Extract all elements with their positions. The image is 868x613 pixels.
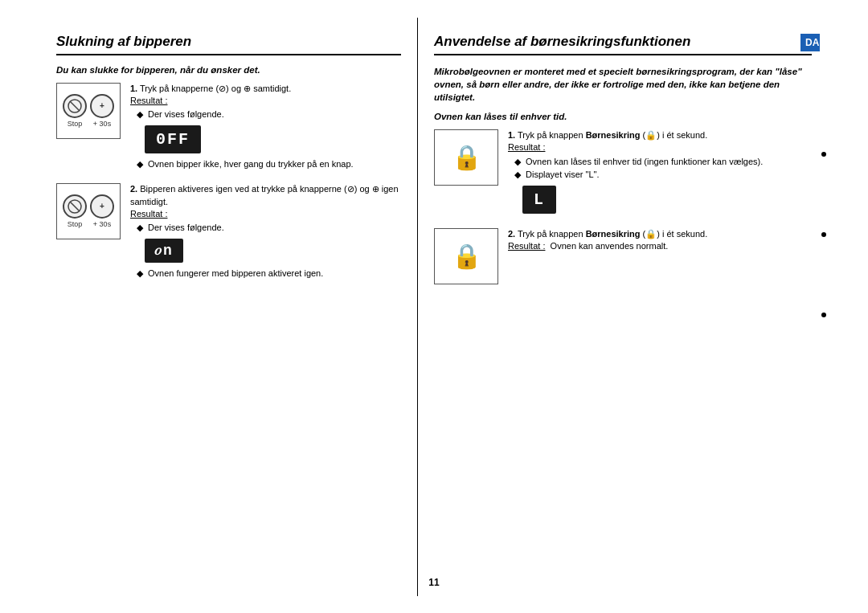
right-intro: Mikrobølgeovnen er monteret med et speci… bbox=[434, 65, 812, 104]
stop-circle-1 bbox=[63, 94, 87, 118]
left-subtitle: Du kan slukke for bipperen, når du ønske… bbox=[56, 65, 401, 75]
right-step2-result-text: Ovnen kan anvendes normalt. bbox=[551, 241, 669, 251]
right-step2-result-label: Resultat : bbox=[508, 241, 545, 251]
step1-content: 1. Tryk på knapperne (⊘) og ⊕ samtidigt.… bbox=[130, 83, 401, 173]
right-step2-text: 2. Tryk på knappen Børnesikring (🔒) i ét… bbox=[508, 228, 812, 240]
stop-button-icon-1: Stop bbox=[63, 94, 87, 128]
diamond3: ◆ bbox=[137, 223, 145, 233]
right-step2-content: 2. Tryk på knappen Børnesikring (🔒) i ét… bbox=[508, 228, 812, 253]
plus30-label-1: + 30s bbox=[93, 120, 111, 128]
stop-label-2: Stop bbox=[68, 220, 83, 228]
right-section-title: Anvendelse af børnesikringsfunktionen bbox=[434, 34, 812, 55]
step2-bullet1-text: Der vises følgende. bbox=[148, 223, 224, 232]
right-step1-result-underline: Resultat : bbox=[508, 142, 545, 152]
left-step-2: Stop + + 30s 2. Bipperen aktiveres igen … bbox=[56, 183, 401, 281]
dot-3 bbox=[821, 313, 826, 317]
plus30-label-2: + 30s bbox=[93, 220, 111, 228]
step2-text: 2. Bipperen aktiveres igen ved at trykke… bbox=[130, 183, 401, 208]
right-step-1: 🔒 1. Tryk på knappen Børnesikring (🔒) i … bbox=[434, 129, 812, 217]
step2-num: 2. bbox=[130, 184, 137, 194]
right-step1-bullet1-text: Ovnen kan låses til enhver tid (ingen fu… bbox=[526, 157, 763, 166]
stop-circle-2 bbox=[63, 194, 87, 219]
svg-line-3 bbox=[70, 202, 80, 211]
step1-text: 1. Tryk på knapperne (⊘) og ⊕ samtidigt. bbox=[130, 83, 401, 95]
right-step2-num: 2. bbox=[508, 229, 515, 239]
step2-bullet1: ◆ Der vises følgende. bbox=[137, 223, 401, 233]
dot-1 bbox=[821, 152, 826, 157]
left-step-1: Stop + + 30s 1. Tryk på knapperne (⊘) og… bbox=[56, 83, 401, 173]
page-number: 11 bbox=[428, 577, 439, 588]
right-step2-lock-box: 🔒 bbox=[434, 228, 498, 284]
diamond4: ◆ bbox=[137, 268, 145, 279]
page: Slukning af bipperen Du kan slukke for b… bbox=[48, 18, 820, 596]
right-step1-result-label: Resultat : bbox=[508, 141, 812, 153]
step1-num: 1. bbox=[130, 84, 137, 93]
step1-display: 0FF bbox=[130, 122, 401, 157]
plus30-circle-1: + bbox=[90, 94, 114, 118]
right-step2-result: Resultat : Ovnen kan anvendes normalt. bbox=[508, 240, 812, 252]
right-step1-text: 1. Tryk på knappen Børnesikring (🔒) i ét… bbox=[508, 129, 812, 141]
right-step1-bullet2: ◆ Displayet viser "L". bbox=[514, 170, 812, 180]
stop-button-icon-2: Stop bbox=[63, 194, 87, 228]
step2-result-label: Resultat : bbox=[130, 208, 401, 220]
step2-bullet2-text: Ovnen fungerer med bipperen aktiveret ig… bbox=[148, 268, 323, 278]
right-step1-num: 1. bbox=[508, 130, 515, 140]
step2-button-box: Stop + + 30s bbox=[56, 183, 121, 239]
right-dots bbox=[821, 114, 826, 355]
left-section-title: Slukning af bipperen bbox=[56, 34, 401, 55]
dot-2 bbox=[821, 232, 826, 237]
right-step1-bullet1: ◆ Ovnen kan låses til enhver tid (ingen … bbox=[514, 157, 812, 167]
plus30-button-icon-2: + + 30s bbox=[90, 194, 114, 228]
diamond5: ◆ bbox=[514, 157, 522, 167]
diamond6: ◆ bbox=[514, 170, 522, 180]
plus30-button-icon-1: + + 30s bbox=[90, 94, 114, 128]
step1-bullet2: ◆ Ovnen bipper ikke, hver gang du trykke… bbox=[137, 159, 401, 170]
step1-result-label: Resultat : bbox=[130, 95, 401, 107]
step1-display-text: 0FF bbox=[145, 125, 201, 153]
right-step-2: 🔒 2. Tryk på knappen Børnesikring (🔒) i … bbox=[434, 228, 812, 284]
step2-display: 𝑜n bbox=[130, 235, 401, 266]
lock-icon-2: 🔒 bbox=[452, 242, 481, 270]
step1-bullet2-text: Ovnen bipper ikke, hver gang du trykker … bbox=[148, 159, 354, 169]
right-step1-bullet2-text: Displayet viser "L". bbox=[526, 170, 600, 179]
step2-content: 2. Bipperen aktiveres igen ved at trykke… bbox=[130, 183, 401, 281]
step1-button-box: Stop + + 30s bbox=[56, 83, 121, 139]
right-step1-content: 1. Tryk på knappen Børnesikring (🔒) i ét… bbox=[508, 129, 812, 217]
right-column: DA Anvendelse af børnesikringsfunktionen… bbox=[418, 18, 820, 596]
step1-result-underline: Resultat : bbox=[130, 96, 167, 105]
svg-line-1 bbox=[70, 101, 80, 111]
right-subtitle: Ovnen kan låses til enhver tid. bbox=[434, 112, 812, 121]
da-badge: DA bbox=[800, 34, 820, 51]
step2-result-underline: Resultat : bbox=[130, 209, 167, 219]
left-column: Slukning af bipperen Du kan slukke for b… bbox=[48, 18, 418, 596]
step1-bullet1-text: Der vises følgende. bbox=[148, 109, 224, 119]
diamond2: ◆ bbox=[137, 159, 145, 170]
diamond1: ◆ bbox=[137, 109, 145, 120]
right-step1-display-text: L bbox=[522, 186, 556, 214]
step2-bullet2: ◆ Ovnen fungerer med bipperen aktiveret … bbox=[137, 268, 401, 279]
step1-bullet1: ◆ Der vises følgende. bbox=[137, 109, 401, 120]
stop-label-1: Stop bbox=[68, 120, 83, 128]
lock-icon-1: 🔒 bbox=[452, 143, 481, 171]
step2-display-text: 𝑜n bbox=[145, 239, 183, 263]
right-step1-display: L bbox=[508, 182, 812, 217]
right-step1-lock-box: 🔒 bbox=[434, 129, 498, 186]
plus30-circle-2: + bbox=[90, 194, 114, 219]
